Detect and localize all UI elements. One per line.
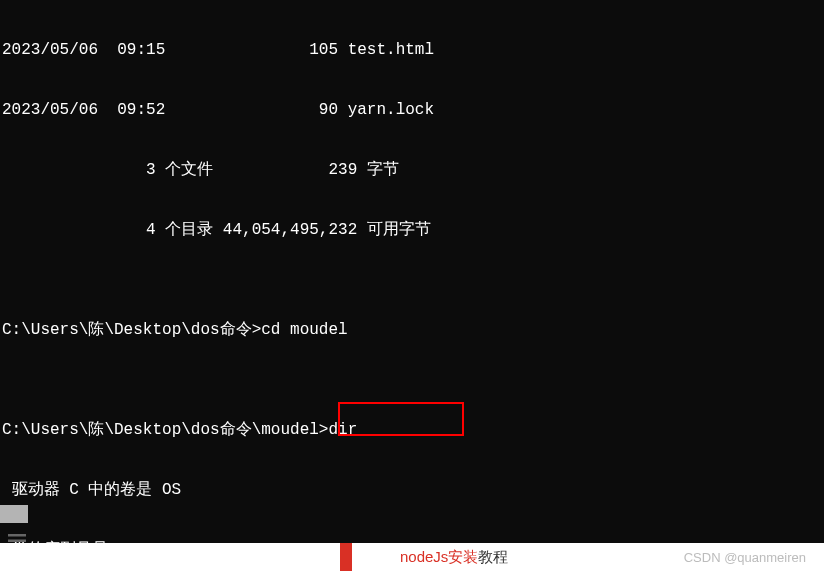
sidebar-indicator (0, 505, 28, 523)
terminal-line: 2023/05/06 09:52 90 yarn.lock (2, 100, 822, 120)
tutorial-link[interactable]: nodeJs安装教程 (400, 548, 508, 567)
terminal-line: C:\Users\陈\Desktop\dos命令>cd moudel (2, 320, 822, 340)
svg-rect-0 (8, 534, 26, 537)
tutorial-text-black: 教程 (478, 548, 508, 565)
terminal-window[interactable]: 2023/05/06 09:15 105 test.html 2023/05/0… (0, 0, 824, 571)
tutorial-text-red: nodeJs安装 (400, 548, 478, 565)
terminal-line: 2023/05/06 09:15 105 test.html (2, 40, 822, 60)
watermark: CSDN @quanmeiren (684, 550, 806, 565)
terminal-line: 驱动器 C 中的卷是 OS (2, 480, 822, 500)
bottom-bar-accent (340, 543, 352, 571)
terminal-line: 4 个目录 44,054,495,232 可用字节 (2, 220, 822, 240)
svg-rect-1 (8, 540, 26, 543)
terminal-line: C:\Users\陈\Desktop\dos命令\moudel>dir (2, 420, 822, 440)
terminal-line: 3 个文件 239 字节 (2, 160, 822, 180)
